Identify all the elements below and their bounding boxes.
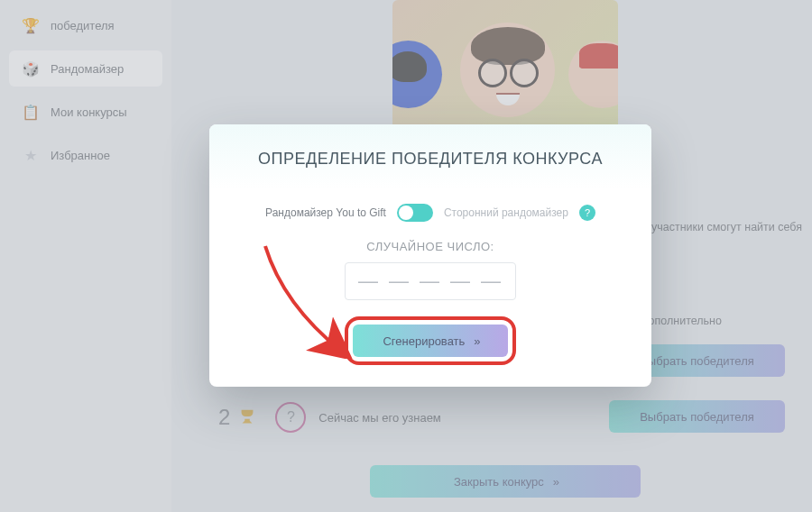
generate-highlight: Сгенерировать » [345,316,516,365]
modal-title: ОПРЕДЕЛЕНИЕ ПОБЕДИТЕЛЯ КОНКУРСА [209,124,651,185]
toggle-label-off: Сторонний рандомайзер [444,206,568,219]
chevron-right-icon: » [474,334,477,348]
winner-modal: ОПРЕДЕЛЕНИЕ ПОБЕДИТЕЛЯ КОНКУРСА Рандомай… [209,124,651,387]
random-number-display: — — — — — [345,262,516,300]
toggle-label-on: Рандомайзер You to Gift [265,206,386,219]
button-label: Сгенерировать [383,334,465,348]
randomizer-toggle[interactable] [397,204,433,222]
help-icon[interactable]: ? [579,205,595,221]
modal-divider [209,185,651,187]
generate-button[interactable]: Сгенерировать » [353,325,508,357]
random-number-label: СЛУЧАЙНОЕ ЧИСЛО: [209,240,651,253]
randomizer-toggle-row: Рандомайзер You to Gift Сторонний рандом… [209,204,651,222]
